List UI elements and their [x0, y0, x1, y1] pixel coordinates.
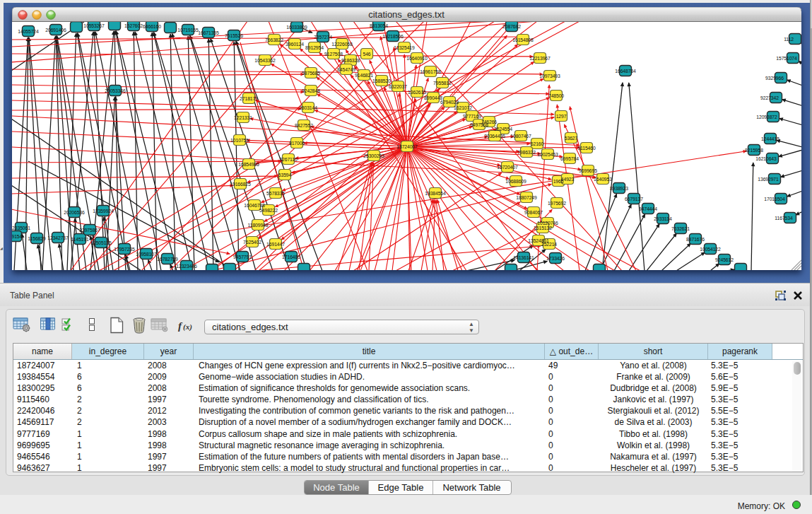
svg-text:1640953: 1640953 [594, 177, 612, 182]
svg-text:16961758: 16961758 [420, 69, 441, 74]
svg-text:10973493: 10973493 [539, 74, 560, 78]
svg-text:19166825: 19166825 [230, 182, 251, 187]
svg-text:6679137: 6679137 [625, 197, 643, 201]
svg-text:53594: 53594 [278, 173, 292, 177]
svg-text:252214: 252214 [541, 242, 557, 247]
svg-text:9115460: 9115460 [577, 146, 596, 151]
svg-text:1691447: 1691447 [266, 242, 285, 247]
svg-text:17957235: 17957235 [114, 247, 135, 252]
svg-text:10543362: 10543362 [254, 58, 276, 63]
svg-text:9245612: 9245612 [715, 257, 734, 262]
svg-text:2087682: 2087682 [502, 24, 521, 29]
svg-text:748500: 748500 [548, 93, 564, 98]
svg-text:12213967: 12213967 [529, 56, 551, 61]
svg-text:7357274: 7357274 [314, 35, 332, 40]
svg-text:1716485: 1716485 [282, 255, 300, 259]
svg-text:17359924: 17359924 [93, 209, 114, 214]
svg-text:8215958: 8215958 [745, 148, 763, 153]
svg-text:7632621: 7632621 [671, 226, 690, 231]
svg-text:3960124: 3960124 [286, 42, 304, 47]
svg-text:f: f [178, 320, 183, 332]
svg-text:8813054: 8813054 [370, 23, 388, 28]
svg-text:546: 546 [363, 52, 370, 57]
svg-text:16671355: 16671355 [198, 30, 219, 35]
svg-text:17016504: 17016504 [764, 197, 785, 201]
svg-text:15720407: 15720407 [497, 165, 518, 170]
svg-text:9084067: 9084067 [524, 210, 543, 215]
svg-text:16648784: 16648784 [615, 69, 636, 74]
svg-text:2718179: 2718179 [240, 96, 258, 101]
svg-text:39154: 39154 [12, 234, 23, 239]
svg-text:16210643: 16210643 [755, 156, 777, 161]
svg-text:7515526: 7515526 [225, 33, 243, 38]
svg-text:8912954: 8912954 [305, 45, 324, 50]
svg-text:12342737: 12342737 [47, 235, 69, 240]
svg-text:6794028: 6794028 [440, 100, 459, 105]
svg-text:18724007: 18724007 [396, 144, 418, 149]
svg-text:1010755: 1010755 [230, 138, 249, 143]
svg-text:12505135: 12505135 [90, 240, 112, 245]
svg-text:19218506: 19218506 [382, 34, 404, 39]
svg-text:12093872: 12093872 [756, 115, 777, 119]
svg-text:14055724: 14055724 [18, 29, 39, 34]
svg-text:5498222: 5498222 [259, 208, 278, 213]
svg-text:9227342: 9227342 [760, 95, 779, 100]
svg-text:12226058: 12226058 [331, 42, 353, 47]
svg-text:10719155: 10719155 [177, 28, 199, 33]
svg-text:2933114: 2933114 [654, 216, 672, 221]
svg-text:1975692: 1975692 [548, 201, 566, 206]
svg-text:9457791: 9457791 [233, 255, 252, 259]
svg-text:14136141: 14136141 [513, 255, 534, 260]
svg-text:1527602: 1527602 [124, 23, 143, 28]
svg-text:20691406: 20691406 [45, 28, 66, 33]
svg-text:12323446: 12323446 [176, 264, 197, 269]
svg-text:25300293: 25300293 [363, 153, 384, 158]
svg-text:2803144: 2803144 [299, 105, 317, 110]
svg-text:8938923: 8938923 [610, 186, 628, 191]
svg-text:15751074: 15751074 [776, 56, 797, 61]
svg-text:6995784: 6995784 [560, 156, 579, 161]
svg-text:13692971: 13692971 [758, 177, 779, 182]
svg-text:16854986: 16854986 [238, 162, 259, 167]
svg-text:44923: 44923 [561, 177, 575, 182]
svg-text:10688609: 10688609 [505, 179, 526, 184]
svg-text:2335061: 2335061 [12, 226, 30, 230]
svg-text:9146821: 9146821 [355, 73, 373, 78]
svg-text:1733426: 1733426 [546, 256, 565, 261]
svg-text:(x): (x) [183, 322, 192, 332]
svg-text:8427552: 8427552 [295, 123, 313, 128]
svg-text:1145191: 1145191 [71, 237, 89, 242]
svg-text:19384554: 19384554 [425, 191, 446, 196]
svg-text:8471676: 8471676 [686, 237, 705, 242]
svg-text:11809948: 11809948 [248, 223, 269, 228]
svg-text:1244415: 1244415 [761, 136, 779, 141]
svg-text:10553267: 10553267 [83, 23, 105, 28]
svg-text:746266: 746266 [481, 119, 497, 124]
svg-text:1156829: 1156829 [28, 236, 46, 241]
svg-text:1615132: 1615132 [534, 226, 552, 230]
svg-text:citations_edges.txt: citations_edges.txt [368, 9, 445, 20]
svg-text:7625402: 7625402 [243, 240, 261, 245]
svg-text:9127508: 9127508 [324, 52, 343, 57]
svg-text:6466160: 6466160 [143, 24, 161, 29]
svg-text:20364436: 20364436 [484, 134, 505, 139]
svg-text:10054122: 10054122 [700, 247, 721, 252]
svg-text:16640910: 16640910 [406, 56, 428, 61]
svg-text:817006: 817006 [289, 141, 305, 146]
svg-text:16033809: 16033809 [286, 25, 307, 30]
svg-text:53627: 53627 [565, 136, 578, 141]
svg-text:1167534: 1167534 [775, 216, 793, 221]
svg-text:8186328: 8186328 [341, 58, 360, 63]
svg-text:3267110: 3267110 [279, 157, 298, 162]
svg-text:5578335: 5578335 [266, 191, 285, 196]
svg-text:1621072: 1621072 [454, 105, 472, 110]
svg-text:18807249: 18807249 [516, 195, 537, 200]
svg-text:1112: 1112 [784, 37, 794, 42]
svg-text:9242848: 9242848 [302, 88, 320, 93]
svg-text:7986322: 7986322 [517, 150, 536, 155]
svg-text:8454749: 8454749 [337, 67, 355, 72]
svg-text:20053346: 20053346 [105, 88, 126, 93]
svg-text:7955812: 7955812 [433, 81, 452, 86]
svg-text:12325419: 12325419 [394, 45, 415, 50]
svg-text:7663822: 7663822 [265, 37, 283, 42]
